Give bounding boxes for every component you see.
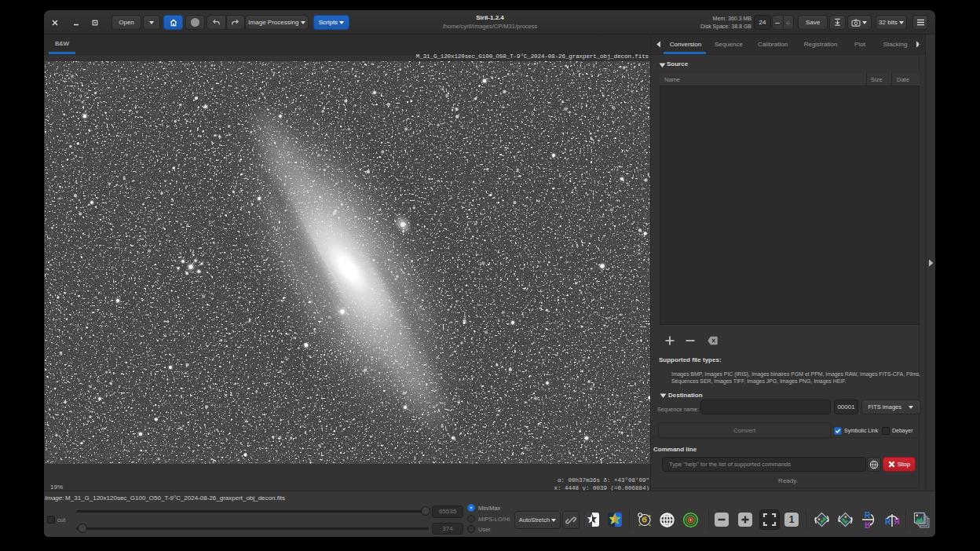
svg-text:R: R bbox=[865, 511, 871, 520]
svg-text:R: R bbox=[885, 517, 891, 526]
svg-text:R: R bbox=[865, 520, 871, 529]
